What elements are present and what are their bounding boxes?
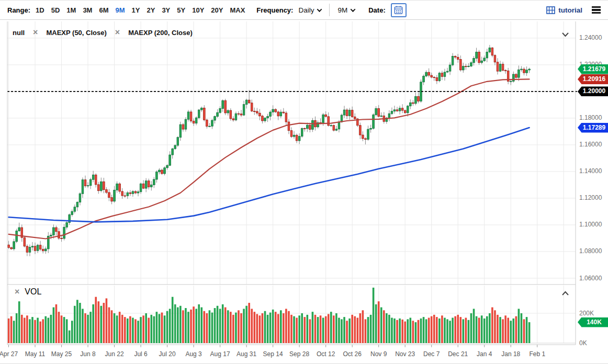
volume-axis-label: 0K: [579, 339, 607, 347]
volume-label: VOL: [25, 287, 41, 297]
price-chart-canvas[interactable]: [0, 1, 608, 364]
x-axis-label: Feb 1: [529, 350, 545, 358]
x-axis-label: Jun 22: [105, 350, 124, 358]
ma200-value-badge: 1.17289: [578, 123, 608, 133]
x-axis-label: Sep 28: [289, 350, 309, 358]
y-axis-label: 1.16000: [579, 141, 607, 148]
x-axis-label: Jan 18: [501, 350, 520, 358]
close-icon[interactable]: ×: [115, 28, 120, 37]
x-axis-label: Sep 14: [263, 350, 283, 358]
x-axis-label: Nov 9: [370, 350, 387, 358]
x-axis-label: May 11: [25, 350, 45, 358]
y-axis-label: 1.10000: [579, 221, 607, 228]
close-icon[interactable]: ×: [15, 288, 19, 296]
x-axis-label: Aug 17: [210, 350, 230, 358]
x-axis-label: Apr 27: [0, 350, 18, 358]
chart-legend: null × MAEXP (50, Close) × MAEXP (200, C…: [13, 28, 193, 37]
x-axis-label: Aug 31: [237, 350, 256, 358]
y-axis-label: 1.18000: [579, 114, 607, 121]
x-axis-label: Nov 23: [395, 350, 415, 358]
y-axis-label: 1.24000: [579, 34, 607, 41]
x-axis-label: Jan 4: [477, 350, 492, 358]
x-axis-label: Dec 21: [448, 350, 468, 358]
volume-legend: × VOL: [15, 287, 41, 297]
volume-value-badge: 140K: [578, 317, 608, 327]
x-axis-label: Aug 3: [185, 350, 201, 358]
y-axis-label: 1.14000: [579, 167, 607, 175]
y-axis-label: 1.08000: [579, 247, 607, 255]
collapse-price-panel-icon[interactable]: [561, 30, 569, 39]
x-axis-label: May 25: [51, 350, 72, 358]
ma50-value-badge: 1.20916: [578, 74, 608, 84]
threshold-badge: 1.20000: [578, 86, 608, 96]
last-price-badge: 1.21679: [578, 64, 608, 74]
series-ma200-label: MAEXP (200, Close): [128, 29, 193, 37]
forex-chart-app: Range: 1D5D1M3M6M9M1Y2Y3Y5Y10Y20YMAX Fre…: [0, 0, 608, 364]
y-axis-label: 1.12000: [579, 194, 607, 201]
x-axis-label: Jun 8: [80, 350, 95, 358]
x-axis-label: Oct 12: [317, 350, 335, 358]
x-axis-label: Dec 7: [423, 350, 440, 358]
volume-axis-label: 200K: [579, 310, 607, 317]
x-axis-label: Jul 20: [159, 350, 176, 358]
close-icon[interactable]: ×: [33, 28, 38, 37]
expand-volume-panel-icon[interactable]: [561, 289, 569, 298]
x-axis-label: Jul 6: [134, 350, 147, 358]
series-ma50-label: MAEXP (50, Close): [46, 29, 106, 37]
series-null-label: null: [13, 29, 25, 37]
y-axis-label: 1.06000: [579, 275, 607, 282]
x-axis-label: Oct 26: [343, 350, 361, 358]
